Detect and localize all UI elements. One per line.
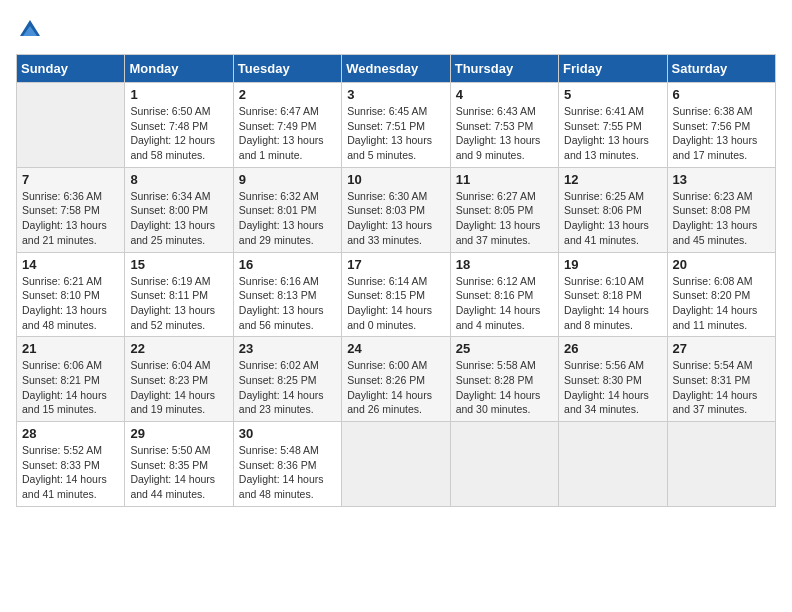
calendar-day-cell: 18 Sunrise: 6:12 AM Sunset: 8:16 PM Dayl… [450, 252, 558, 337]
day-number: 8 [130, 172, 227, 187]
day-info: Sunrise: 6:45 AM Sunset: 7:51 PM Dayligh… [347, 104, 444, 163]
daylight-label: Daylight: 14 hours and 0 minutes. [347, 304, 432, 331]
daylight-label: Daylight: 13 hours and 1 minute. [239, 134, 324, 161]
day-info: Sunrise: 6:47 AM Sunset: 7:49 PM Dayligh… [239, 104, 336, 163]
daylight-label: Daylight: 13 hours and 52 minutes. [130, 304, 215, 331]
sunrise-label: Sunrise: 6:36 AM [22, 190, 102, 202]
calendar-week-row: 14 Sunrise: 6:21 AM Sunset: 8:10 PM Dayl… [17, 252, 776, 337]
day-number: 26 [564, 341, 661, 356]
day-number: 2 [239, 87, 336, 102]
calendar-day-cell [559, 422, 667, 507]
sunset-label: Sunset: 8:08 PM [673, 204, 751, 216]
day-number: 22 [130, 341, 227, 356]
calendar-day-cell: 22 Sunrise: 6:04 AM Sunset: 8:23 PM Dayl… [125, 337, 233, 422]
day-info: Sunrise: 5:56 AM Sunset: 8:30 PM Dayligh… [564, 358, 661, 417]
sunrise-label: Sunrise: 6:47 AM [239, 105, 319, 117]
daylight-label: Daylight: 13 hours and 56 minutes. [239, 304, 324, 331]
calendar-day-cell: 19 Sunrise: 6:10 AM Sunset: 8:18 PM Dayl… [559, 252, 667, 337]
calendar-header-row: SundayMondayTuesdayWednesdayThursdayFrid… [17, 55, 776, 83]
day-info: Sunrise: 6:30 AM Sunset: 8:03 PM Dayligh… [347, 189, 444, 248]
day-info: Sunrise: 6:36 AM Sunset: 7:58 PM Dayligh… [22, 189, 119, 248]
day-number: 17 [347, 257, 444, 272]
day-info: Sunrise: 6:08 AM Sunset: 8:20 PM Dayligh… [673, 274, 770, 333]
calendar-day-cell: 8 Sunrise: 6:34 AM Sunset: 8:00 PM Dayli… [125, 167, 233, 252]
sunrise-label: Sunrise: 5:48 AM [239, 444, 319, 456]
day-number: 19 [564, 257, 661, 272]
sunset-label: Sunset: 8:30 PM [564, 374, 642, 386]
day-number: 25 [456, 341, 553, 356]
day-info: Sunrise: 6:06 AM Sunset: 8:21 PM Dayligh… [22, 358, 119, 417]
day-number: 14 [22, 257, 119, 272]
daylight-label: Daylight: 13 hours and 9 minutes. [456, 134, 541, 161]
sunset-label: Sunset: 8:15 PM [347, 289, 425, 301]
calendar-day-cell: 9 Sunrise: 6:32 AM Sunset: 8:01 PM Dayli… [233, 167, 341, 252]
daylight-label: Daylight: 14 hours and 15 minutes. [22, 389, 107, 416]
day-number: 9 [239, 172, 336, 187]
sunset-label: Sunset: 8:28 PM [456, 374, 534, 386]
sunrise-label: Sunrise: 6:27 AM [456, 190, 536, 202]
daylight-label: Daylight: 13 hours and 21 minutes. [22, 219, 107, 246]
calendar-day-cell: 4 Sunrise: 6:43 AM Sunset: 7:53 PM Dayli… [450, 83, 558, 168]
sunrise-label: Sunrise: 6:06 AM [22, 359, 102, 371]
calendar-day-cell: 21 Sunrise: 6:06 AM Sunset: 8:21 PM Dayl… [17, 337, 125, 422]
daylight-label: Daylight: 13 hours and 25 minutes. [130, 219, 215, 246]
sunrise-label: Sunrise: 5:58 AM [456, 359, 536, 371]
sunrise-label: Sunrise: 6:12 AM [456, 275, 536, 287]
sunset-label: Sunset: 8:36 PM [239, 459, 317, 471]
daylight-label: Daylight: 13 hours and 13 minutes. [564, 134, 649, 161]
daylight-label: Daylight: 13 hours and 37 minutes. [456, 219, 541, 246]
sunset-label: Sunset: 8:18 PM [564, 289, 642, 301]
day-info: Sunrise: 6:38 AM Sunset: 7:56 PM Dayligh… [673, 104, 770, 163]
weekday-header: Friday [559, 55, 667, 83]
sunset-label: Sunset: 8:33 PM [22, 459, 100, 471]
daylight-label: Daylight: 14 hours and 23 minutes. [239, 389, 324, 416]
day-number: 11 [456, 172, 553, 187]
calendar-table: SundayMondayTuesdayWednesdayThursdayFrid… [16, 54, 776, 507]
day-info: Sunrise: 6:10 AM Sunset: 8:18 PM Dayligh… [564, 274, 661, 333]
sunset-label: Sunset: 8:00 PM [130, 204, 208, 216]
day-number: 15 [130, 257, 227, 272]
calendar-day-cell: 15 Sunrise: 6:19 AM Sunset: 8:11 PM Dayl… [125, 252, 233, 337]
calendar-day-cell [450, 422, 558, 507]
daylight-label: Daylight: 13 hours and 41 minutes. [564, 219, 649, 246]
day-number: 4 [456, 87, 553, 102]
sunrise-label: Sunrise: 6:21 AM [22, 275, 102, 287]
day-info: Sunrise: 6:41 AM Sunset: 7:55 PM Dayligh… [564, 104, 661, 163]
daylight-label: Daylight: 14 hours and 41 minutes. [22, 473, 107, 500]
calendar-day-cell: 24 Sunrise: 6:00 AM Sunset: 8:26 PM Dayl… [342, 337, 450, 422]
sunset-label: Sunset: 7:55 PM [564, 120, 642, 132]
sunrise-label: Sunrise: 6:16 AM [239, 275, 319, 287]
sunset-label: Sunset: 8:26 PM [347, 374, 425, 386]
daylight-label: Daylight: 14 hours and 44 minutes. [130, 473, 215, 500]
calendar-day-cell: 20 Sunrise: 6:08 AM Sunset: 8:20 PM Dayl… [667, 252, 775, 337]
day-info: Sunrise: 6:27 AM Sunset: 8:05 PM Dayligh… [456, 189, 553, 248]
weekday-header: Thursday [450, 55, 558, 83]
daylight-label: Daylight: 14 hours and 34 minutes. [564, 389, 649, 416]
daylight-label: Daylight: 13 hours and 17 minutes. [673, 134, 758, 161]
calendar-day-cell [17, 83, 125, 168]
sunset-label: Sunset: 8:03 PM [347, 204, 425, 216]
day-info: Sunrise: 6:50 AM Sunset: 7:48 PM Dayligh… [130, 104, 227, 163]
sunrise-label: Sunrise: 6:00 AM [347, 359, 427, 371]
logo [16, 16, 48, 44]
day-number: 29 [130, 426, 227, 441]
calendar-day-cell: 6 Sunrise: 6:38 AM Sunset: 7:56 PM Dayli… [667, 83, 775, 168]
day-number: 3 [347, 87, 444, 102]
day-number: 18 [456, 257, 553, 272]
sunrise-label: Sunrise: 6:30 AM [347, 190, 427, 202]
daylight-label: Daylight: 12 hours and 58 minutes. [130, 134, 215, 161]
sunrise-label: Sunrise: 6:23 AM [673, 190, 753, 202]
day-info: Sunrise: 6:43 AM Sunset: 7:53 PM Dayligh… [456, 104, 553, 163]
day-number: 1 [130, 87, 227, 102]
day-info: Sunrise: 6:00 AM Sunset: 8:26 PM Dayligh… [347, 358, 444, 417]
calendar-day-cell [342, 422, 450, 507]
day-number: 7 [22, 172, 119, 187]
page-header [16, 16, 776, 44]
calendar-day-cell: 17 Sunrise: 6:14 AM Sunset: 8:15 PM Dayl… [342, 252, 450, 337]
sunrise-label: Sunrise: 5:54 AM [673, 359, 753, 371]
day-info: Sunrise: 5:52 AM Sunset: 8:33 PM Dayligh… [22, 443, 119, 502]
calendar-day-cell: 14 Sunrise: 6:21 AM Sunset: 8:10 PM Dayl… [17, 252, 125, 337]
sunset-label: Sunset: 8:35 PM [130, 459, 208, 471]
day-info: Sunrise: 6:02 AM Sunset: 8:25 PM Dayligh… [239, 358, 336, 417]
logo-icon [16, 16, 44, 44]
